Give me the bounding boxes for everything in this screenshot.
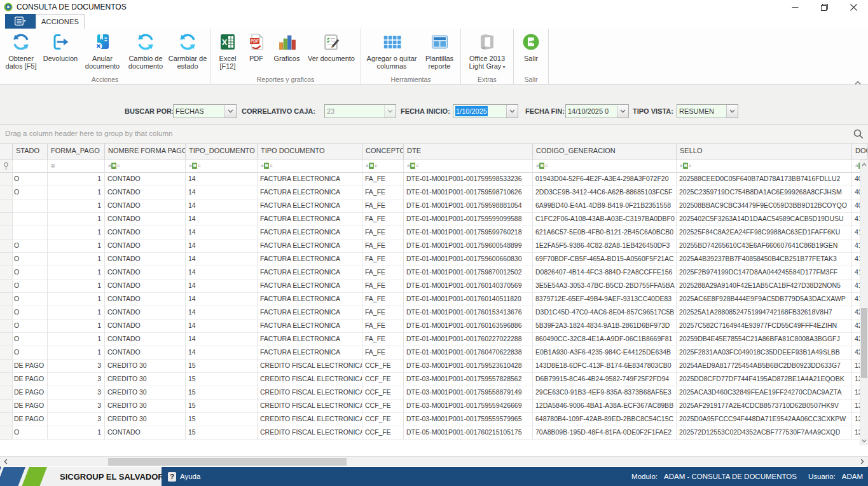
cell-tipo-documento[interactable]: FACTURA ELECTRONICA [258, 346, 362, 360]
cell-codigo-generacion[interactable]: D6B79915-8C46-4B24-9582-749F25F2FD94 [533, 373, 677, 386]
horizontal-scroll-thumb[interactable] [108, 458, 347, 466]
cell-nombre-forma-pago[interactable]: CONTADO [105, 173, 186, 186]
row-indicator-cell[interactable] [0, 400, 13, 413]
cell-codigo-generacion[interactable]: 12DA5846-9006-4BA1-A38A-ECF367AC89BB [533, 400, 677, 413]
column-header-stado[interactable]: STADO [13, 144, 48, 159]
cell-sello[interactable]: 20255BD74265610C43E6AF660607641C86B19GEN [677, 240, 852, 253]
horizontal-scrollbar[interactable] [0, 456, 868, 466]
cell-codigo-generacion[interactable]: D0826407-4B14-4FC3-884D-F2A8CCFFE156 [533, 266, 677, 280]
cell-tipo-documento[interactable]: 15 [186, 386, 258, 400]
cell-tipo-documento[interactable]: FACTURA ELECTRONICA [258, 226, 362, 240]
row-indicator-cell[interactable] [0, 199, 13, 213]
cell-tipo-documento[interactable]: FACTURA ELECTRONICA [258, 253, 362, 266]
cell-tipo-documento[interactable]: 14 [186, 266, 258, 280]
cell-concepto[interactable]: FA_FE [362, 320, 404, 333]
cell-dte[interactable]: DTE-01-M001P001-001760227022288 [404, 333, 533, 346]
vertical-scroll-thumb[interactable] [861, 308, 867, 378]
cell-nombre-forma-pago[interactable]: CONTADO [105, 253, 186, 266]
row-indicator-cell[interactable] [0, 320, 13, 333]
cell-nombre-forma-pago[interactable]: CREDITO 30 [105, 400, 186, 413]
correlativo-caja-field[interactable]: 23 [324, 104, 396, 118]
ribbon-button-anular-documento[interactable]: Anular documento [81, 30, 123, 71]
cell-codigo-generacion[interactable]: D3D1C45D-47C0-4AC6-8E04-857C96517C5B [533, 306, 677, 320]
scroll-right-icon[interactable] [857, 457, 867, 466]
cell-tipo-documento[interactable]: FACTURA ELECTRONICA [258, 333, 362, 346]
scroll-left-icon[interactable] [1, 457, 11, 466]
cell-dte[interactable]: DTE-01-M001P001-001759599099588 [404, 213, 533, 226]
row-indicator-cell[interactable] [0, 240, 13, 253]
row-indicator-cell[interactable] [0, 373, 13, 386]
cell-forma-pago[interactable]: 1 [48, 199, 105, 213]
cell-nombre-forma-pago[interactable]: CONTADO [105, 280, 186, 293]
column-header-sello[interactable]: SELLO [677, 144, 852, 159]
cell-stado[interactable]: O [13, 280, 48, 293]
cell-concepto[interactable]: CCF_FE [362, 400, 404, 413]
minimize-button[interactable] [780, 0, 809, 14]
cell-concepto[interactable]: FA_FE [362, 346, 404, 360]
row-indicator-cell[interactable] [0, 213, 13, 226]
cell-dte[interactable]: DTE-01-M001P001-001759870012502 [404, 266, 533, 280]
cell-tipo-documento[interactable]: 14 [186, 173, 258, 186]
row-indicator-cell[interactable] [0, 266, 13, 280]
row-indicator-cell[interactable] [0, 253, 13, 266]
combo-dropdown-button[interactable] [617, 105, 628, 118]
ribbon-button-agregar-o-quitar-columnas[interactable]: Agregar o quitar columnas [364, 30, 420, 71]
cell-tipo-documento[interactable]: 15 [186, 413, 258, 426]
ribbon-button-obtener-datos-f5[interactable]: Obtener datos [F5] [3, 30, 39, 71]
cell-dte[interactable]: DTE-01-M001P001-001760470622838 [404, 346, 533, 360]
cell-concepto[interactable]: CCF_FE [362, 413, 404, 426]
cell-stado[interactable]: O [13, 306, 48, 320]
cell-dte[interactable]: DTE-01-M001P001-001759600548899 [404, 240, 533, 253]
cell-codigo-generacion[interactable]: 143D8E18-6DFC-413F-B174-6E8347803CB0 [533, 360, 677, 373]
fecha-fin-field[interactable]: 14/10/2025 0 [565, 104, 629, 118]
cell-nombre-forma-pago[interactable]: CONTADO [105, 240, 186, 253]
cell-sello[interactable]: 20259DB4E45E78554C21A86BFA81C8008A3BGGFJ [677, 333, 852, 346]
cell-tipo-documento[interactable]: FACTURA ELECTRONICA [258, 293, 362, 306]
cell-stado[interactable]: DE PAGO [13, 386, 48, 400]
cell-codigo-generacion[interactable]: 29CE63C0-91B3-4EF9-835A-8373B68AF5E3 [533, 386, 677, 400]
cell-concepto[interactable]: FA_FE [362, 240, 404, 253]
cell-dte[interactable]: DTE-01-M001P001-001760140370569 [404, 280, 533, 293]
group-by-panel[interactable]: Drag a column header here to group by th… [0, 125, 868, 144]
cell-tipo-documento[interactable]: FACTURA ELECTRONICA [258, 306, 362, 320]
cell-codigo-generacion[interactable]: 648780B4-109F-42AB-89ED-2BBC8C54C15C [533, 413, 677, 426]
cell-dte[interactable]: DTE-03-M001P001-001759559426669 [404, 400, 533, 413]
cell-concepto[interactable]: FA_FE [362, 199, 404, 213]
cell-forma-pago[interactable]: 1 [48, 333, 105, 346]
cell-concepto[interactable]: FA_FE [362, 173, 404, 186]
cell-codigo-generacion[interactable]: 01943D04-52F6-4E2F-A3E4-298A3F072F20 [533, 173, 677, 186]
cell-tipo-documento[interactable]: 14 [186, 186, 258, 199]
cell-codigo-generacion[interactable]: 2DD3CE9B-3412-44C6-A62B-88685103FC5F [533, 186, 677, 199]
cell-stado[interactable]: O [13, 173, 48, 186]
cell-tipo-documento[interactable]: FACTURA ELECTRONICA [258, 320, 362, 333]
cell-sello[interactable]: 2025AF2919177A2E4CDCB8573710D62B0507HK9V [677, 400, 852, 413]
cell-nombre-forma-pago[interactable]: CONTADO [105, 306, 186, 320]
cell-forma-pago[interactable]: 3 [48, 400, 105, 413]
filter-cell-nombre-forma-pago[interactable]: aBc [105, 159, 186, 173]
cell-stado[interactable]: O [13, 333, 48, 346]
cell-nombre-forma-pago[interactable]: CONTADO [105, 186, 186, 199]
cell-nombre-forma-pago[interactable]: CONTADO [105, 199, 186, 213]
cell-dte[interactable]: DTE-01-M001P001-001759600660830 [404, 253, 533, 266]
ribbon-button-plantillas-reporte[interactable]: Plantillas reporte [421, 30, 458, 71]
cell-codigo-generacion[interactable]: 860490CC-32C8-4E1A-A9DF-06C1B8669F81 [533, 333, 677, 346]
cell-concepto[interactable]: CCF_FE [362, 373, 404, 386]
cell-stado[interactable]: O [13, 240, 48, 253]
cell-tipo-documento[interactable]: 14 [186, 226, 258, 240]
cell-forma-pago[interactable]: 1 [48, 186, 105, 199]
cell-codigo-generacion[interactable]: 8379712E-65EF-49B4-9AEF-9313CC40DE83 [533, 293, 677, 306]
filter-cell-concepto[interactable]: aBc [362, 159, 404, 173]
cell-dte[interactable]: DTE-01-M001P001-001760163596886 [404, 320, 533, 333]
cell-concepto[interactable]: CCF_FE [362, 426, 404, 440]
cell-tipo-documento[interactable]: 14 [186, 320, 258, 333]
cell-stado[interactable]: O [13, 426, 48, 440]
row-indicator-cell[interactable] [0, 293, 13, 306]
cell-stado[interactable] [13, 213, 48, 226]
ribbon-button-excel-f12[interactable]: XExcel [F12] [213, 30, 242, 71]
cell-stado[interactable]: DE PAGO [13, 373, 48, 386]
cell-codigo-generacion[interactable]: 69F70BDF-CB5F-465A-BD15-A0560F5F21AC [533, 253, 677, 266]
cell-nombre-forma-pago[interactable]: CONTADO [105, 213, 186, 226]
cell-nombre-forma-pago[interactable]: CONTADO [105, 293, 186, 306]
cell-stado[interactable]: O [13, 346, 48, 360]
cell-tipo-documento[interactable]: 15 [186, 373, 258, 386]
